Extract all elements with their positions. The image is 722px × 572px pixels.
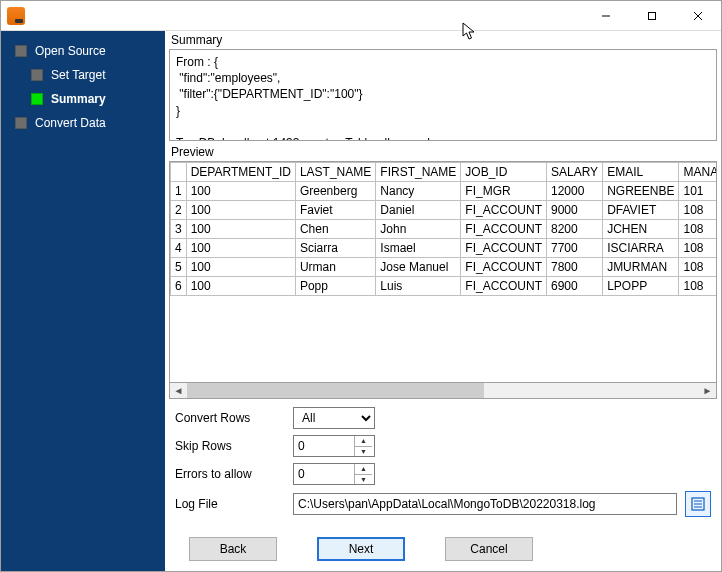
table-cell[interactable]: 108 bbox=[679, 201, 717, 220]
table-cell[interactable]: 7700 bbox=[546, 239, 602, 258]
sidebar-item-open-source[interactable]: Open Source bbox=[1, 39, 165, 63]
table-cell[interactable]: Luis bbox=[376, 277, 461, 296]
table-cell[interactable]: 108 bbox=[679, 239, 717, 258]
step-indicator-icon bbox=[31, 93, 43, 105]
table-cell[interactable]: 100 bbox=[186, 239, 295, 258]
table-cell[interactable]: 108 bbox=[679, 220, 717, 239]
window-minimize-button[interactable] bbox=[583, 1, 629, 31]
errors-stepper[interactable]: ▲ ▼ bbox=[293, 463, 375, 485]
convert-rows-select[interactable]: All bbox=[293, 407, 375, 429]
table-cell[interactable]: FI_ACCOUNT bbox=[461, 277, 547, 296]
skip-rows-input[interactable] bbox=[294, 436, 354, 456]
table-row[interactable]: 2100FavietDanielFI_ACCOUNT9000DFAVIET108 bbox=[171, 201, 718, 220]
horizontal-scrollbar[interactable]: ◄ ► bbox=[169, 382, 717, 399]
table-cell[interactable]: 6900 bbox=[546, 277, 602, 296]
table-cell[interactable]: JCHEN bbox=[603, 220, 679, 239]
table-cell[interactable]: FI_MGR bbox=[461, 182, 547, 201]
errors-input[interactable] bbox=[294, 464, 354, 484]
log-file-input[interactable] bbox=[293, 493, 677, 515]
step-indicator-icon bbox=[15, 45, 27, 57]
sidebar-item-label: Open Source bbox=[35, 44, 106, 58]
table-row[interactable]: 1100GreenbergNancyFI_MGR12000NGREENBE101 bbox=[171, 182, 718, 201]
table-cell[interactable]: 7800 bbox=[546, 258, 602, 277]
next-button[interactable]: Next bbox=[317, 537, 405, 561]
table-row[interactable]: 3100ChenJohnFI_ACCOUNT8200JCHEN108 bbox=[171, 220, 718, 239]
row-number-cell: 4 bbox=[171, 239, 187, 258]
sidebar-item-summary[interactable]: Summary bbox=[1, 87, 165, 111]
table-cell[interactable]: 100 bbox=[186, 220, 295, 239]
column-header[interactable]: EMAIL bbox=[603, 163, 679, 182]
preview-heading: Preview bbox=[169, 143, 717, 161]
table-cell[interactable]: DFAVIET bbox=[603, 201, 679, 220]
table-cell[interactable]: 108 bbox=[679, 258, 717, 277]
scroll-left-icon[interactable]: ◄ bbox=[170, 383, 187, 398]
sidebar-item-set-target[interactable]: Set Target bbox=[1, 63, 165, 87]
table-cell[interactable]: 100 bbox=[186, 277, 295, 296]
spin-up-icon[interactable]: ▲ bbox=[354, 436, 372, 447]
table-cell[interactable]: Ismael bbox=[376, 239, 461, 258]
spin-down-icon[interactable]: ▼ bbox=[354, 475, 372, 485]
table-cell[interactable]: John bbox=[376, 220, 461, 239]
table-cell[interactable]: Greenberg bbox=[295, 182, 375, 201]
sidebar-item-convert-data[interactable]: Convert Data bbox=[1, 111, 165, 135]
table-cell[interactable]: FI_ACCOUNT bbox=[461, 258, 547, 277]
table-cell[interactable]: Sciarra bbox=[295, 239, 375, 258]
table-cell[interactable]: Urman bbox=[295, 258, 375, 277]
row-number-header bbox=[171, 163, 187, 182]
table-cell[interactable]: 100 bbox=[186, 182, 295, 201]
summary-text: From : { "find":"employees", "filter":{"… bbox=[169, 49, 717, 141]
row-number-cell: 6 bbox=[171, 277, 187, 296]
scroll-right-icon[interactable]: ► bbox=[699, 383, 716, 398]
column-header[interactable]: JOB_ID bbox=[461, 163, 547, 182]
table-row[interactable]: 4100SciarraIsmaelFI_ACCOUNT7700ISCIARRA1… bbox=[171, 239, 718, 258]
table-cell[interactable]: 9000 bbox=[546, 201, 602, 220]
column-header[interactable]: MANAGER_ID bbox=[679, 163, 717, 182]
row-number-cell: 3 bbox=[171, 220, 187, 239]
window-close-button[interactable] bbox=[675, 1, 721, 31]
table-cell[interactable]: FI_ACCOUNT bbox=[461, 239, 547, 258]
table-cell[interactable]: Jose Manuel bbox=[376, 258, 461, 277]
table-row[interactable]: 6100PoppLuisFI_ACCOUNT6900LPOPP108 bbox=[171, 277, 718, 296]
table-cell[interactable]: 8200 bbox=[546, 220, 602, 239]
column-header[interactable]: DEPARTMENT_ID bbox=[186, 163, 295, 182]
title-bar bbox=[1, 1, 721, 31]
table-cell[interactable]: LPOPP bbox=[603, 277, 679, 296]
row-number-cell: 1 bbox=[171, 182, 187, 201]
preview-table[interactable]: DEPARTMENT_IDLAST_NAMEFIRST_NAMEJOB_IDSA… bbox=[169, 161, 717, 382]
window-maximize-button[interactable] bbox=[629, 1, 675, 31]
cancel-button[interactable]: Cancel bbox=[445, 537, 533, 561]
errors-label: Errors to allow bbox=[175, 467, 285, 481]
scrollbar-thumb[interactable] bbox=[187, 383, 484, 398]
log-file-label: Log File bbox=[175, 497, 285, 511]
table-cell[interactable]: 101 bbox=[679, 182, 717, 201]
table-cell[interactable]: 12000 bbox=[546, 182, 602, 201]
table-cell[interactable]: FI_ACCOUNT bbox=[461, 220, 547, 239]
table-cell[interactable]: FI_ACCOUNT bbox=[461, 201, 547, 220]
column-header[interactable]: SALARY bbox=[546, 163, 602, 182]
spin-up-icon[interactable]: ▲ bbox=[354, 464, 372, 475]
column-header[interactable]: LAST_NAME bbox=[295, 163, 375, 182]
table-cell[interactable]: JMURMAN bbox=[603, 258, 679, 277]
wizard-sidebar: Open SourceSet TargetSummaryConvert Data bbox=[1, 31, 165, 571]
table-cell[interactable]: Nancy bbox=[376, 182, 461, 201]
column-header[interactable]: FIRST_NAME bbox=[376, 163, 461, 182]
step-indicator-icon bbox=[15, 117, 27, 129]
step-indicator-icon bbox=[31, 69, 43, 81]
summary-heading: Summary bbox=[169, 31, 717, 49]
table-cell[interactable]: Faviet bbox=[295, 201, 375, 220]
sidebar-item-label: Summary bbox=[51, 92, 106, 106]
table-cell[interactable]: Daniel bbox=[376, 201, 461, 220]
table-cell[interactable]: 108 bbox=[679, 277, 717, 296]
table-cell[interactable]: NGREENBE bbox=[603, 182, 679, 201]
table-cell[interactable]: Chen bbox=[295, 220, 375, 239]
table-cell[interactable]: 100 bbox=[186, 201, 295, 220]
skip-rows-label: Skip Rows bbox=[175, 439, 285, 453]
table-cell[interactable]: 100 bbox=[186, 258, 295, 277]
spin-down-icon[interactable]: ▼ bbox=[354, 447, 372, 457]
table-cell[interactable]: ISCIARRA bbox=[603, 239, 679, 258]
table-row[interactable]: 5100UrmanJose ManuelFI_ACCOUNT7800JMURMA… bbox=[171, 258, 718, 277]
browse-log-file-button[interactable] bbox=[685, 491, 711, 517]
skip-rows-stepper[interactable]: ▲ ▼ bbox=[293, 435, 375, 457]
table-cell[interactable]: Popp bbox=[295, 277, 375, 296]
back-button[interactable]: Back bbox=[189, 537, 277, 561]
